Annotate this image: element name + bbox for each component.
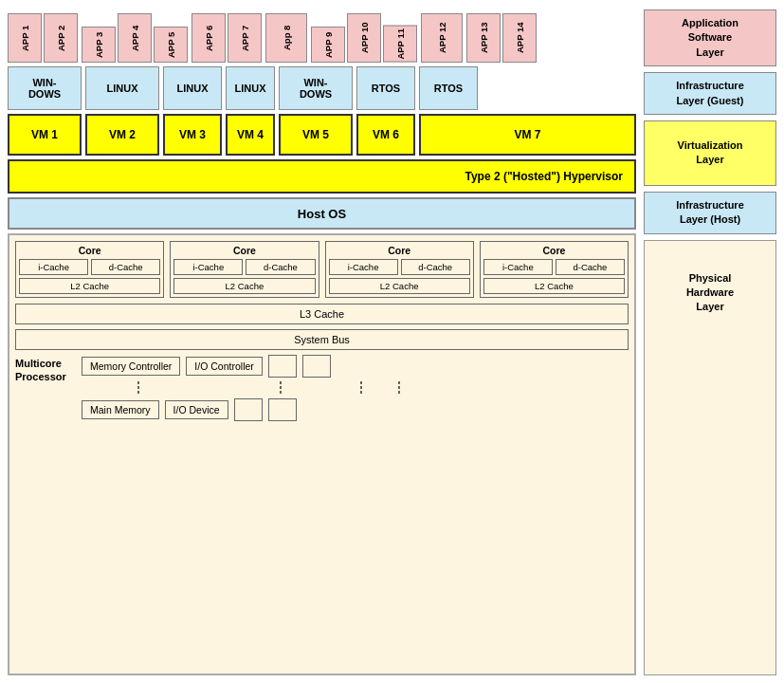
l2-1: L2 Cache <box>19 278 160 294</box>
os-linux-1: LINUX <box>85 66 159 110</box>
vm-7: VM 7 <box>419 114 636 156</box>
app-box-10: APP 10 <box>347 13 381 63</box>
core-box-2: Core i-Cache d-Cache L2 Cache <box>170 241 319 298</box>
app-box-12: APP 12 <box>421 13 463 63</box>
os-rtos-2: RTOS <box>419 66 478 110</box>
app-box-3: APP 3 <box>82 27 116 63</box>
os-linux-2: LINUX <box>163 66 222 110</box>
dcache-2: d-Cache <box>246 259 315 275</box>
legend-infra-guest: InfrastructureLayer (Guest) <box>644 72 776 115</box>
vm-3: VM 3 <box>163 114 222 156</box>
main-container: APP 1 APP 2 APP 3 APP 4 APP 5 APP 6 APP … <box>0 0 784 683</box>
app-box-1: APP 1 <box>8 13 42 63</box>
hardware-section: Core i-Cache d-Cache L2 Cache Core i-Cac… <box>8 233 636 675</box>
hostos-label: Host OS <box>298 207 346 221</box>
legend-virt-label: VirtualizationLayer <box>678 139 743 165</box>
core-box-1: Core i-Cache d-Cache L2 Cache <box>15 241 164 298</box>
cache-row-1: i-Cache d-Cache <box>19 259 160 275</box>
app-box-13: APP 13 <box>466 13 501 63</box>
l2-3: L2 Cache <box>329 278 470 294</box>
legend-infra-guest-label: InfrastructureLayer (Guest) <box>676 80 744 105</box>
diagram-area: APP 1 APP 2 APP 3 APP 4 APP 5 APP 6 APP … <box>8 8 636 675</box>
io-controller-box: I/O Controller <box>186 357 262 376</box>
app-group-2: APP 3 APP 4 APP 5 <box>82 13 188 63</box>
legend-phys-label: PhysicalHardwareLayer <box>686 272 734 313</box>
app-box-14: APP 14 <box>502 13 537 63</box>
ctrl-row: Memory Controller I/O Controller <box>82 355 629 378</box>
mem-row: Main Memory I/O Device <box>82 398 629 421</box>
legend-app-label: ApplicationSoftwareLayer <box>682 17 738 58</box>
legend-infra-host: InfrastructureLayer (Host) <box>644 192 776 234</box>
cache-row-3: i-Cache d-Cache <box>329 259 470 275</box>
vm-2: VM 2 <box>85 114 159 156</box>
vm-6: VM 6 <box>356 114 415 156</box>
legend-phys-layer: PhysicalHardwareLayer <box>644 240 776 675</box>
core-title-1: Core <box>19 245 160 256</box>
app-group-4: App 8 <box>265 13 307 63</box>
hypervisor-row: Type 2 ("Hosted") Hypervisor <box>8 159 636 194</box>
cache-row-2: i-Cache d-Cache <box>173 259 315 275</box>
small-box-4 <box>268 398 297 421</box>
app-box-4: APP 4 <box>118 13 152 63</box>
legend-infra-host-label: InfrastructureLayer (Host) <box>676 199 744 225</box>
small-box-1 <box>268 355 297 378</box>
vm-1: VM 1 <box>8 114 82 156</box>
os-rtos-1: RTOS <box>356 66 415 110</box>
os-row: WIN-DOWS LINUX LINUX LINUX WIN-DOWS RTOS… <box>8 66 636 110</box>
small-box-2 <box>302 355 331 378</box>
os-windows-1: WIN-DOWS <box>8 66 82 110</box>
legend-app-layer: ApplicationSoftwareLayer <box>644 9 776 66</box>
app-group-5: APP 9 APP 10 APP 11 <box>311 13 417 63</box>
small-box-3 <box>234 398 263 421</box>
bottom-hw-row: MulticoreProcessor Memory Controller I/O… <box>15 355 629 421</box>
core-title-2: Core <box>173 245 315 256</box>
main-memory-box: Main Memory <box>82 400 159 419</box>
l3-cache-box: L3 Cache <box>15 304 629 324</box>
app-box-2: APP 2 <box>44 13 78 63</box>
controllers-col: Memory Controller I/O Controller <box>82 355 629 421</box>
multicore-label: MulticoreProcessor <box>15 355 82 384</box>
app-group-7: APP 13 APP 14 <box>466 13 537 63</box>
core-title-4: Core <box>483 245 625 256</box>
l2-4: L2 Cache <box>483 278 625 294</box>
connector-gap <box>82 381 629 395</box>
os-linux-3: LINUX <box>226 66 275 110</box>
l2-2: L2 Cache <box>173 278 315 294</box>
app-box-5: APP 5 <box>154 27 188 63</box>
legend-virt-layer: VirtualizationLayer <box>644 120 776 186</box>
app-row: APP 1 APP 2 APP 3 APP 4 APP 5 APP 6 APP … <box>8 8 636 63</box>
dcache-3: d-Cache <box>401 259 470 275</box>
app-box-7: APP 7 <box>228 13 262 63</box>
cache-row-4: i-Cache d-Cache <box>483 259 625 275</box>
core-box-4: Core i-Cache d-Cache L2 Cache <box>480 241 629 298</box>
core-title-3: Core <box>329 245 470 256</box>
cores-row: Core i-Cache d-Cache L2 Cache Core i-Cac… <box>15 241 629 298</box>
system-bus-box: System Bus <box>15 329 629 350</box>
app-group-1: APP 1 APP 2 <box>8 13 78 63</box>
vm-5: VM 5 <box>279 114 353 156</box>
os-windows-2: WIN-DOWS <box>279 66 353 110</box>
icache-2: i-Cache <box>173 259 243 275</box>
vm-4: VM 4 <box>226 114 275 156</box>
icache-4: i-Cache <box>483 259 553 275</box>
icache-3: i-Cache <box>329 259 398 275</box>
legend-area: ApplicationSoftwareLayer InfrastructureL… <box>644 8 776 675</box>
app-box-8: App 8 <box>265 13 307 63</box>
vm-row: VM 1 VM 2 VM 3 VM 4 VM 5 VM 6 VM 7 <box>8 114 636 156</box>
app-group-6: APP 12 <box>421 13 463 63</box>
icache-1: i-Cache <box>19 259 88 275</box>
hypervisor-label: Type 2 ("Hosted") Hypervisor <box>465 170 623 183</box>
app-box-6: APP 6 <box>191 13 226 63</box>
memory-controller-box: Memory Controller <box>82 357 180 376</box>
io-device-box: I/O Device <box>165 400 228 419</box>
app-group-3: APP 6 APP 7 <box>191 13 262 63</box>
app-box-11: APP 11 <box>383 26 417 63</box>
dcache-1: d-Cache <box>91 259 160 275</box>
dcache-4: d-Cache <box>556 259 625 275</box>
app-box-9: APP 9 <box>311 27 345 63</box>
core-box-3: Core i-Cache d-Cache L2 Cache <box>325 241 474 298</box>
connector-svg-1 <box>82 381 629 395</box>
hostos-row: Host OS <box>8 197 636 230</box>
